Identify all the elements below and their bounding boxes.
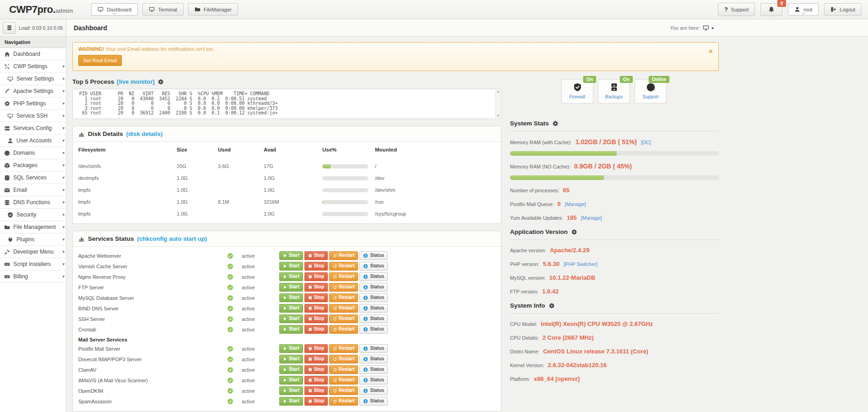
start-button[interactable]: Start — [279, 251, 303, 260]
sidebar-item-user-accounts[interactable]: User Accounts ▾ — [0, 135, 66, 147]
chkconfig-link[interactable]: (chkconfig auto start up) — [137, 235, 207, 242]
start-button[interactable]: Start — [279, 365, 303, 374]
restart-button[interactable]: Restart — [329, 386, 358, 395]
close-icon[interactable]: × — [709, 49, 713, 54]
status-button[interactable]: Status — [359, 283, 388, 292]
start-button[interactable]: Start — [279, 376, 303, 385]
scroll-up-icon[interactable]: ▲ — [496, 90, 500, 94]
status-button[interactable]: Status — [359, 262, 388, 271]
restart-button[interactable]: Restart — [329, 376, 358, 385]
load-stack-button[interactable] — [3, 22, 16, 34]
dc-link[interactable]: [DC] — [641, 140, 651, 145]
tile-backups[interactable]: On Backups — [598, 79, 630, 103]
start-button[interactable]: Start — [279, 304, 303, 313]
start-button[interactable]: Start — [279, 344, 303, 353]
status-button[interactable]: Status — [359, 251, 388, 260]
stop-button[interactable]: Stop — [304, 251, 328, 260]
php-switcher-link[interactable]: [PHP Switcher] — [564, 261, 597, 267]
sidebar-item-plugins[interactable]: Plugins ▾ — [0, 233, 66, 246]
start-button[interactable]: Start — [279, 386, 303, 395]
gear-icon[interactable] — [552, 120, 559, 127]
status-button[interactable]: Status — [359, 314, 388, 323]
monitor-icon[interactable] — [703, 25, 709, 31]
restart-button[interactable]: Restart — [329, 397, 358, 406]
stop-button[interactable]: Stop — [304, 397, 328, 406]
restart-button[interactable]: Restart — [329, 325, 358, 334]
app-logo[interactable]: CWP7pro.admin — [9, 4, 73, 16]
sidebar-item-domains[interactable]: Domains ▾ — [0, 147, 66, 159]
status-button[interactable]: Status — [359, 344, 388, 353]
sidebar-item-apache-settings[interactable]: Apache Settings ▾ — [0, 85, 66, 98]
stop-button[interactable]: Stop — [304, 314, 328, 323]
restart-button[interactable]: Restart — [329, 293, 358, 302]
start-button[interactable]: Start — [279, 355, 303, 363]
sidebar-item-service-ssh[interactable]: Service SSH ▾ — [0, 110, 66, 122]
top-nav-button-dashboard[interactable]: Dashboard — [91, 3, 138, 16]
stop-button[interactable]: Stop — [304, 293, 328, 302]
stop-button[interactable]: Stop — [304, 355, 328, 363]
tile-firewall[interactable]: On Firewall — [561, 79, 593, 103]
manage-mailq-link[interactable]: [Manage] — [565, 201, 586, 207]
gear-icon[interactable] — [571, 229, 577, 235]
restart-button[interactable]: Restart — [329, 314, 358, 323]
status-button[interactable]: Status — [359, 293, 388, 302]
stop-button[interactable]: Stop — [304, 262, 328, 271]
sidebar-item-file-management[interactable]: File Management ▾ — [0, 221, 66, 233]
status-button[interactable]: Status — [359, 272, 388, 281]
sidebar-item-php-settings[interactable]: PHP Settings ▾ — [0, 98, 66, 110]
notifications-button[interactable]: 0 — [760, 3, 782, 16]
stop-button[interactable]: Stop — [304, 304, 328, 313]
start-button[interactable]: Start — [279, 272, 303, 281]
restart-button[interactable]: Restart — [329, 365, 358, 374]
stop-button[interactable]: Stop — [304, 386, 328, 395]
stop-button[interactable]: Stop — [304, 344, 328, 353]
user-menu-button[interactable]: root — [788, 3, 819, 16]
live-monitor-link[interactable]: [live monitor] — [117, 78, 154, 85]
status-button[interactable]: Status — [359, 304, 388, 313]
status-button[interactable]: Status — [359, 355, 388, 363]
start-button[interactable]: Start — [279, 397, 303, 406]
tile-support[interactable]: Online Support — [635, 79, 667, 103]
sidebar-item-sql-services[interactable]: SQL Services ▾ — [0, 172, 66, 184]
process-scrollbar[interactable]: ▲ ▼ — [495, 90, 500, 118]
manage-yum-link[interactable]: [Manage] — [581, 215, 602, 221]
sidebar-item-server-settings[interactable]: Server Settings ▾ — [0, 73, 66, 85]
top-nav-button-terminal[interactable]: Terminal — [142, 3, 184, 16]
set-root-email-button[interactable]: Set Root Email — [78, 55, 122, 66]
sidebar-item-services-config[interactable]: Services Config ▾ — [0, 122, 66, 135]
restart-button[interactable]: Restart — [329, 283, 358, 292]
sidebar-item-dashboard[interactable]: Dashboard — [0, 48, 66, 60]
scroll-down-icon[interactable]: ▼ — [496, 114, 500, 118]
gear-icon[interactable] — [157, 79, 164, 85]
logout-button[interactable]: Logout — [824, 3, 862, 16]
sidebar-item-security[interactable]: Security ▾ — [0, 209, 66, 221]
start-button[interactable]: Start — [279, 283, 303, 292]
status-button[interactable]: Status — [359, 386, 388, 395]
sidebar-item-dns-functions[interactable]: DNS Functions ▾ — [0, 196, 66, 209]
start-button[interactable]: Start — [279, 314, 303, 323]
sidebar-item-billing[interactable]: Billing ▾ — [0, 271, 66, 283]
sidebar-item-cwp-settings[interactable]: CWP Settings ▾ — [0, 60, 66, 73]
restart-button[interactable]: Restart — [329, 304, 358, 313]
restart-button[interactable]: Restart — [329, 251, 358, 260]
restart-button[interactable]: Restart — [329, 272, 358, 281]
restart-button[interactable]: Restart — [329, 344, 358, 353]
start-button[interactable]: Start — [279, 262, 303, 271]
status-button[interactable]: Status — [359, 325, 388, 334]
status-button[interactable]: Status — [359, 397, 388, 406]
status-button[interactable]: Status — [359, 376, 388, 385]
sidebar-item-packages[interactable]: Packages ▾ — [0, 159, 66, 172]
stop-button[interactable]: Stop — [304, 325, 328, 334]
top-nav-button-filemanager[interactable]: FileManager — [188, 3, 238, 16]
status-button[interactable]: Status — [359, 365, 388, 374]
start-button[interactable]: Start — [279, 325, 303, 334]
disk-details-link[interactable]: (disk details) — [126, 130, 163, 137]
sidebar-item-developer-menu[interactable]: Developer Menu ▾ — [0, 246, 66, 258]
sidebar-item-script-installers[interactable]: Script Installers ▾ — [0, 258, 66, 271]
stop-button[interactable]: Stop — [304, 283, 328, 292]
sidebar-item-email[interactable]: Email ▾ — [0, 184, 66, 196]
start-button[interactable]: Start — [279, 293, 303, 302]
gear-icon[interactable] — [548, 303, 555, 309]
restart-button[interactable]: Restart — [329, 355, 358, 363]
restart-button[interactable]: Restart — [329, 262, 358, 271]
